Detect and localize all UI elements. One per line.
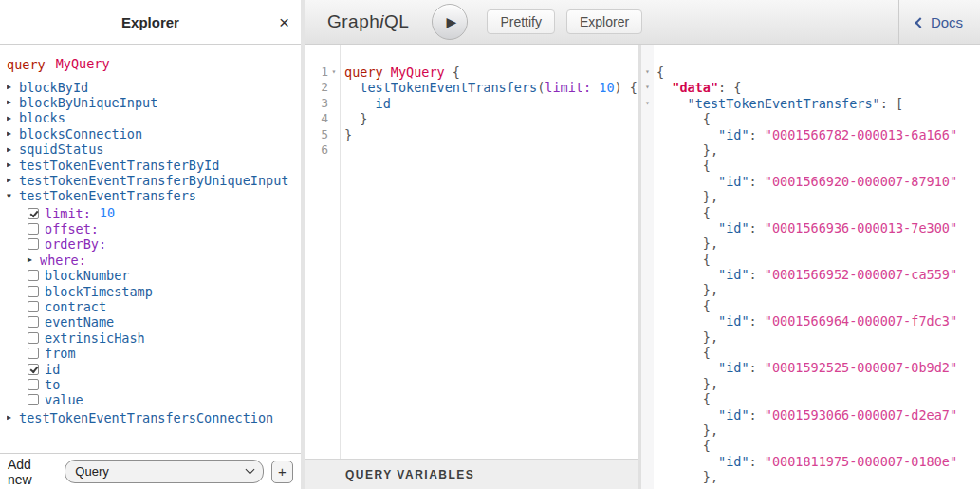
checkbox-unchecked-icon[interactable]: [28, 316, 39, 328]
field-label: id: [45, 362, 60, 377]
field-row-id[interactable]: id: [7, 361, 301, 376]
add-operation-button[interactable]: +: [271, 461, 293, 483]
json-indent: [656, 407, 718, 423]
result-line: {: [641, 298, 980, 313]
result-line: {: [641, 345, 980, 360]
field-row[interactable]: from: [7, 346, 301, 361]
code-line: 4 }: [305, 111, 638, 126]
fold-arrow-icon[interactable]: ▾: [328, 65, 340, 80]
docs-toggle-button[interactable]: Docs: [899, 0, 980, 44]
collapse-arrow-icon[interactable]: ▶: [7, 413, 19, 422]
checkbox-unchecked-icon[interactable]: [28, 223, 39, 235]
arg-row-orderby[interactable]: orderBy:: [7, 236, 301, 252]
explorer-field-row[interactable]: ▶ squidStatus: [7, 141, 301, 157]
explorer-field-row[interactable]: ▶ testTokenEventTransfersConnection: [7, 410, 301, 425]
json-punctuation: },: [656, 423, 718, 438]
result-line: },: [641, 235, 980, 251]
result-line: {: [641, 205, 980, 220]
field-label: extrinsicHash: [45, 330, 145, 346]
close-icon[interactable]: ×: [279, 13, 289, 31]
json-punctuation: {: [656, 65, 664, 80]
checkbox-unchecked-icon[interactable]: [28, 379, 39, 390]
transfer-id: 0001566920-000007-87910: [772, 174, 950, 189]
expand-arrow-icon[interactable]: ▼: [7, 192, 19, 200]
prettify-button[interactable]: Prettify: [487, 9, 555, 34]
checkbox-checked-icon[interactable]: [28, 364, 39, 375]
json-key: "id": [718, 313, 749, 329]
field-row[interactable]: to: [7, 377, 301, 392]
query-variables-bar[interactable]: QUERY VARIABLES: [305, 459, 638, 489]
explorer-field-row[interactable]: ▶ blockByUniqueInput: [7, 95, 301, 110]
checkbox-unchecked-icon[interactable]: [28, 332, 39, 344]
field-row[interactable]: eventName: [7, 314, 301, 329]
json-indent: [656, 96, 688, 111]
json-punctuation: {: [656, 391, 711, 406]
checkbox-unchecked-icon[interactable]: [28, 286, 39, 297]
collapse-arrow-icon[interactable]: ▶: [7, 83, 19, 91]
explorer-field-row[interactable]: ▶ testTokenEventTransferById: [7, 157, 301, 172]
logo-text: Graph: [327, 11, 379, 31]
checkbox-unchecked-icon[interactable]: [28, 301, 39, 312]
result-line: {: [641, 111, 980, 126]
result-line: ▾ "testTokenEventTransfers": [: [641, 96, 980, 111]
json-indent: [656, 174, 718, 189]
arg-row-limit[interactable]: limit: 10: [7, 206, 301, 221]
field-label: testTokenEventTransferByUniqueInput: [19, 173, 288, 188]
field-row[interactable]: value: [7, 392, 301, 407]
json-punctuation: },: [656, 469, 718, 484]
collapse-arrow-icon[interactable]: ▶: [7, 114, 19, 122]
field-label: eventName: [45, 314, 114, 329]
result-line: "id": "0001566952-000007-ca559": [641, 267, 980, 282]
result-line: "id": "0001593066-000007-d2ea7": [641, 407, 980, 423]
arg-row-offset[interactable]: offset:: [7, 221, 301, 236]
collapse-arrow-icon[interactable]: ▶: [7, 129, 19, 138]
limit-value-input[interactable]: 10: [95, 206, 120, 221]
add-new-type-select[interactable]: Query: [65, 460, 264, 483]
transfer-id: 0001811975-000007-0180e: [772, 454, 950, 469]
execute-button[interactable]: ▶: [432, 4, 468, 40]
explorer-field-row[interactable]: ▶ blockById: [7, 79, 301, 94]
json-string-value: "0001566964-000007-f7dc3": [765, 313, 957, 329]
query-editor[interactable]: 1 ▾ query MyQuery { 2 testTokenEventTran…: [305, 45, 638, 459]
field-label: to: [45, 377, 60, 392]
json-punctuation: :: [749, 174, 765, 189]
collapse-arrow-icon[interactable]: ▶: [7, 160, 19, 169]
fold-gutter: [328, 96, 340, 111]
checkbox-unchecked-icon[interactable]: [28, 270, 39, 281]
json-key: "id": [718, 174, 749, 189]
json-punctuation: :: [749, 220, 765, 235]
field-row[interactable]: blockTimestamp: [7, 283, 301, 298]
arg-row-where[interactable]: ▶ where:: [7, 253, 301, 268]
field-row[interactable]: blockNumber: [7, 268, 301, 283]
collapse-arrow-icon[interactable]: ▶: [7, 176, 19, 184]
json-key: "id": [718, 454, 749, 469]
explorer-field-row-expanded[interactable]: ▼ testTokenEventTransfers: [7, 188, 301, 203]
query-name-input[interactable]: MyQuery: [54, 57, 112, 72]
collapse-arrow-icon[interactable]: ▶: [7, 145, 19, 154]
explorer-toggle-button[interactable]: Explorer: [566, 9, 642, 34]
json-punctuation: :: [718, 80, 733, 95]
collapse-arrow-icon[interactable]: ▶: [28, 255, 40, 264]
docs-label: Docs: [931, 14, 963, 30]
field-row[interactable]: extrinsicHash: [7, 330, 301, 346]
result-line: },: [641, 142, 980, 158]
explorer-field-row[interactable]: ▶ testTokenEventTransferByUniqueInput: [7, 173, 301, 188]
checkbox-checked-icon[interactable]: [28, 208, 39, 219]
line-number: 2: [305, 80, 328, 95]
checkbox-unchecked-icon[interactable]: [28, 348, 39, 359]
topbar-right: Docs: [898, 0, 980, 44]
collapse-arrow-icon[interactable]: ▶: [7, 98, 19, 106]
json-punctuation: :: [749, 407, 765, 423]
fold-arrow-icon[interactable]: ▾: [641, 80, 654, 95]
field-row[interactable]: contract: [7, 299, 301, 314]
explorer-field-row[interactable]: ▶ blocks: [7, 110, 301, 125]
result-line: ▾ "data": {: [641, 80, 980, 95]
add-new-select-wrap: Query: [65, 460, 264, 483]
code-token: id: [376, 96, 391, 111]
explorer-field-row[interactable]: ▶ blocksConnection: [7, 126, 301, 141]
checkbox-unchecked-icon[interactable]: [28, 238, 39, 250]
fold-arrow-icon[interactable]: ▾: [641, 65, 654, 80]
fold-arrow-icon[interactable]: ▾: [641, 96, 654, 111]
checkbox-unchecked-icon[interactable]: [28, 394, 39, 405]
json-punctuation: },: [656, 189, 718, 204]
